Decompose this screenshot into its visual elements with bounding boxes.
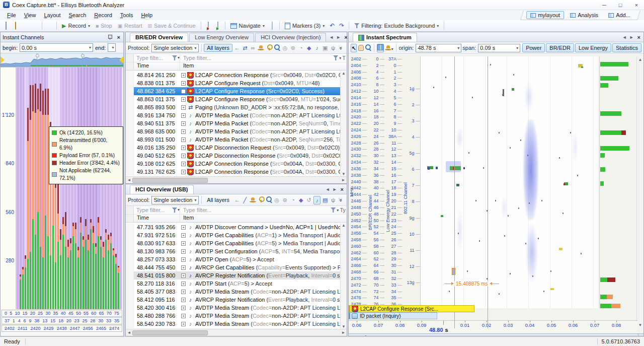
save-continue-button[interactable]: ⊞Save & Continue — [146, 22, 198, 30]
all-layers-button[interactable]: All layers — [204, 44, 232, 52]
filtering-button[interactable]: Filtering: Exclude Background▾ — [352, 22, 441, 30]
columns-view-icon[interactable] — [377, 44, 384, 52]
vertical-scrollbar[interactable]: ▲▼ — [340, 71, 347, 176]
navigate-button[interactable]: Navigate▾ — [228, 21, 267, 31]
undo-icon[interactable]: ↺ — [305, 196, 312, 204]
tab-scroll-right-icon[interactable]: ► — [336, 35, 341, 40]
close-button[interactable]: × — [632, 2, 641, 8]
accent-icon[interactable]: ◆ — [305, 44, 312, 52]
timeline-overview[interactable] — [1, 53, 123, 67]
item-filter-input[interactable]: Type filter... — [180, 207, 331, 213]
record-button[interactable]: ▶Record▾ — [60, 22, 92, 30]
expand-icon[interactable]: + — [181, 154, 186, 158]
select-tool-icon[interactable]: ↖ — [351, 44, 357, 52]
toolbar-overflow-icon[interactable]: » — [337, 196, 346, 203]
view-toggle-statistics[interactable]: Statistics — [612, 43, 641, 52]
time-filter-input[interactable]: Type filter...▾ — [134, 206, 180, 214]
tab-scroll-left-icon[interactable]: ◄ — [329, 35, 334, 40]
time-cursor[interactable] — [454, 56, 455, 328]
search-icon[interactable] — [266, 196, 273, 204]
layout-tab-Add[interactable]: Add... — [604, 11, 634, 19]
table-row[interactable]: 58.540 230 783+♪AVDTP Media Stream (Code… — [126, 320, 347, 328]
clock-icon[interactable]: ◔ — [297, 44, 304, 52]
antenna-icon[interactable]: ψ — [330, 196, 337, 204]
table-row[interactable]: 48.865 893 500+⇄Paging (Unknown BD_ADDR … — [126, 103, 347, 111]
piconet-icon[interactable] — [250, 196, 257, 204]
link-icon[interactable]: ∞ — [250, 44, 257, 52]
begin-select[interactable]: 0.00 s▾ — [20, 43, 93, 52]
expand-icon[interactable]: + — [181, 249, 186, 254]
table-row[interactable]: 48.838 011 375+L2CAP Configure Request (… — [126, 79, 347, 87]
time-cursor[interactable] — [488, 56, 488, 328]
time-column-header[interactable]: Time — [134, 215, 180, 222]
tab-br-edr-overview[interactable]: BR/EDR Overview — [130, 33, 188, 42]
save-icon[interactable] — [21, 22, 29, 30]
table-row[interactable]: 58.480 288 766+♪AVDTP Media Stream (Code… — [126, 312, 347, 320]
table-row[interactable]: 58.420 300 416+♪AVDTP Media Stream (Code… — [126, 304, 347, 312]
injection-red-icon[interactable] — [204, 22, 212, 30]
expand-icon[interactable]: + — [181, 162, 186, 166]
expand-icon[interactable]: + — [181, 73, 186, 78]
table-row[interactable]: 48.862 384 625+L2CAP Configure Response … — [126, 87, 347, 95]
channels-histogram[interactable]: 1'120840560280 Ok (14'220, 16.5%)Retrans… — [1, 67, 123, 309]
music-icon[interactable]: ♪ — [313, 44, 320, 52]
table-row[interactable]: 48.814 261 250+L2CAP Connection Response… — [126, 71, 347, 79]
time-filter-input[interactable]: Type filte...▾ — [134, 54, 180, 62]
horizontal-scrollbar[interactable]: ◄► — [126, 329, 347, 336]
restart-button[interactable]: ▣Restart — [116, 22, 144, 30]
expand-icon[interactable]: + — [181, 170, 186, 174]
expand-icon[interactable]: + — [181, 282, 186, 286]
table-row[interactable]: 49.040 512 625+L2CAP Disconnection Respo… — [126, 152, 347, 160]
back-icon[interactable]: ← — [233, 44, 240, 52]
scroll-right-marker[interactable] — [119, 56, 123, 63]
range-handle-right[interactable] — [81, 53, 84, 66]
open-file-icon[interactable] — [12, 22, 20, 30]
layout-tab-Analysis[interactable]: Analysis — [566, 11, 602, 19]
follow-icon[interactable]: ⇄ — [242, 44, 249, 52]
key-icon[interactable] — [258, 196, 265, 204]
expand-icon[interactable]: + — [181, 290, 186, 294]
item-filter-input[interactable]: Type filter... — [180, 55, 333, 61]
all-layers-button[interactable]: All layers — [204, 196, 232, 204]
key-icon[interactable] — [266, 44, 273, 52]
menu-item-record[interactable]: Record — [90, 11, 116, 19]
table-row[interactable]: 58.405 377 083+♪AVDTP Media Stream (Code… — [126, 288, 347, 296]
search-icon[interactable] — [274, 44, 281, 52]
tab-scroll-left-icon[interactable]: ◄ — [622, 35, 627, 40]
table-row[interactable]: 58.412 095 116+♪AVRCP Register Notificat… — [126, 296, 347, 304]
time-column-header[interactable]: Time — [134, 62, 180, 70]
expand-icon[interactable]: + — [181, 257, 186, 262]
tab-scroll-right-icon[interactable]: ► — [333, 187, 337, 192]
clock-icon[interactable]: ◔ — [289, 196, 296, 204]
end-select[interactable]: ▾ — [108, 43, 116, 52]
expand-icon[interactable]: + — [181, 89, 186, 94]
protocol-select[interactable]: Single selection▾ — [151, 44, 198, 52]
table-row[interactable]: 48.444 755 450+♪AVRCP Get Capabilities (… — [126, 263, 347, 271]
save-as-icon[interactable] — [31, 22, 39, 30]
tab-hci-overview-usb-[interactable]: HCI Overview (USB) — [130, 185, 194, 194]
expand-icon[interactable]: + — [181, 298, 186, 302]
toolbar-overflow-icon[interactable]: » — [337, 44, 346, 51]
injection-green-icon[interactable] — [214, 22, 222, 30]
vertical-scrollbar[interactable]: ▲▼ — [340, 223, 347, 329]
table-row[interactable]: 48.130 983 766+♪AVDTP Set Configuration … — [126, 247, 347, 255]
close-tab-icon[interactable]: × — [340, 186, 345, 192]
scroll-down-icon[interactable]: ▾ — [638, 334, 643, 336]
scroll-left-marker[interactable] — [1, 56, 5, 63]
table-row[interactable]: 48.030 917 633+♪AVDTP Get Capabilities (… — [126, 239, 347, 247]
pan-tool-icon[interactable] — [358, 44, 364, 52]
range-handle-left[interactable] — [36, 53, 38, 66]
expand-icon[interactable]: + — [181, 129, 186, 134]
tab-instant-spectrum[interactable]: Instant Spectrum — [353, 33, 417, 42]
process-icon[interactable]: ⊛ — [290, 44, 297, 52]
protocol-select[interactable]: Single selection▾ — [151, 196, 198, 204]
expand-icon[interactable]: + — [181, 121, 186, 126]
expand-icon[interactable]: + — [181, 97, 186, 102]
find-icon[interactable] — [45, 22, 53, 30]
close-panel-icon[interactable]: × — [116, 34, 121, 40]
zoom-bar[interactable]: Zoom bar ▾ — [349, 333, 643, 336]
spectrum-plot[interactable] — [421, 56, 598, 308]
menu-item-layout[interactable]: Layout — [40, 11, 64, 19]
table-row[interactable]: 58.270 118 316+♪AVDTP Start (ACP=5) > Ac… — [126, 280, 347, 288]
menu-item-search[interactable]: Search — [64, 11, 90, 19]
